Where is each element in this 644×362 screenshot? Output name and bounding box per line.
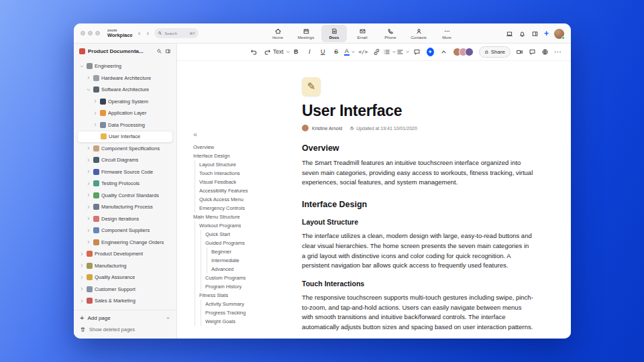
publish-globe-icon[interactable] xyxy=(541,48,549,56)
chevron-right-icon[interactable] xyxy=(93,99,98,104)
sidebar-page-engineering[interactable]: Engineering xyxy=(77,60,173,72)
chevron-right-icon[interactable] xyxy=(86,158,91,163)
sidebar-page-component-specifications[interactable]: Component Specifications xyxy=(77,143,173,155)
chevron-right-icon[interactable] xyxy=(86,169,91,174)
chevron-right-icon[interactable] xyxy=(79,263,85,268)
sidebar-page-customer-support[interactable]: Customer Support xyxy=(77,284,173,296)
sidebar-panel-icon[interactable] xyxy=(165,48,171,54)
heading-touch-interactions[interactable]: Touch Interactions xyxy=(302,280,534,288)
outline-item-guided-programs[interactable]: Guided Programs xyxy=(193,239,299,247)
outline-item-visual-feedback[interactable]: Visual Feedback xyxy=(193,178,299,186)
outline-item-intermediate[interactable]: Intermediate xyxy=(193,256,299,265)
chevron-right-icon[interactable] xyxy=(79,275,85,280)
sidebar-search-icon[interactable] xyxy=(156,48,162,54)
chevron-right-icon[interactable] xyxy=(86,75,91,80)
add-page-button[interactable]: + Add page xyxy=(80,312,170,324)
text-style-button[interactable]: Text xyxy=(276,46,287,58)
heading-interface-design[interactable]: Interface Design xyxy=(302,200,534,209)
minimize-window-button[interactable] xyxy=(88,31,93,36)
tab-docs[interactable]: Docs xyxy=(321,25,347,42)
tab-contacts[interactable]: Contacts xyxy=(406,25,431,42)
paragraph-the-interface-utilizes-a[interactable]: The interface utilizes a clean, modern d… xyxy=(302,231,534,271)
maximize-window-button[interactable] xyxy=(95,31,100,36)
chevron-right-icon[interactable] xyxy=(79,298,85,304)
sidebar-page-hardware-architecture[interactable]: Hardware Architecture xyxy=(77,72,173,84)
page-title[interactable]: User Interface xyxy=(302,102,534,120)
close-window-button[interactable] xyxy=(80,31,85,36)
chevron-right-icon[interactable] xyxy=(79,251,85,257)
tab-phone[interactable]: Phone xyxy=(378,25,403,42)
chevron-right-icon[interactable] xyxy=(86,192,91,198)
outline-item-layout-structure[interactable]: Layout Structure xyxy=(193,160,299,169)
share-button[interactable]: Share xyxy=(479,46,511,58)
sidebar-page-firmware-source-code[interactable]: Firmware Source Code xyxy=(77,166,173,178)
paragraph-the-responsive-touchscre[interactable]: The responsive touchscreen supports mult… xyxy=(302,293,534,333)
sidebar-page-manufacturing-process[interactable]: Manufacturing Process xyxy=(77,201,173,213)
tab-more[interactable]: More xyxy=(434,25,460,42)
sidebar-page-component-suppliers[interactable]: Component Suppliers xyxy=(77,225,173,237)
sidebar-page-design-iterations[interactable]: Design Iterations xyxy=(77,213,173,225)
collapse-sidebar-chevron-icon[interactable] xyxy=(166,316,170,320)
collapse-toolbar-button[interactable] xyxy=(439,46,448,58)
sidebar-page-circuit-diagrams[interactable]: Circuit Diagrams xyxy=(77,154,173,166)
sidebar-page-engineering-change-orders[interactable]: Engineering Change Orders xyxy=(77,237,173,249)
chevron-right-icon[interactable] xyxy=(93,111,98,116)
tab-meetings[interactable]: Meetings xyxy=(293,25,319,42)
outline-item-program-history[interactable]: Program History xyxy=(193,282,299,291)
text-color-button[interactable]: A xyxy=(345,46,354,58)
tab-home[interactable]: Home xyxy=(265,25,290,42)
comment-button[interactable] xyxy=(413,46,421,58)
bold-button[interactable]: B xyxy=(292,46,301,58)
back-button[interactable]: ‹ xyxy=(138,29,142,37)
chevron-down-icon[interactable] xyxy=(86,87,91,93)
outline-item-overview[interactable]: Overview xyxy=(193,143,299,152)
collapse-outline-button[interactable]: « xyxy=(193,131,299,138)
undo-button[interactable] xyxy=(250,46,258,58)
show-deleted-pages-button[interactable]: Show deleted pages xyxy=(80,324,170,335)
chevron-right-icon[interactable] xyxy=(86,216,91,221)
screen-share-icon[interactable] xyxy=(506,30,513,38)
chevron-right-icon[interactable] xyxy=(79,286,85,292)
page-emoji-icon[interactable]: ✎ xyxy=(302,77,321,96)
sidebar-page-user-interface[interactable]: User Interface xyxy=(77,131,173,143)
global-search-input[interactable]: Search ⌘F xyxy=(154,28,199,38)
link-button[interactable] xyxy=(372,46,381,58)
workspace-header[interactable]: Product Documenta... xyxy=(74,44,176,58)
sidebar-page-quality-assurance[interactable]: Quality Assurance xyxy=(77,272,173,284)
ai-companion-button[interactable]: ✦ xyxy=(426,46,435,58)
sidebar-page-operating-system[interactable]: Operating System xyxy=(77,96,173,108)
outline-item-quick-start[interactable]: Quick Start xyxy=(193,230,299,239)
code-button[interactable]: </> xyxy=(359,46,368,58)
start-video-icon[interactable] xyxy=(516,48,523,56)
outline-item-activity-summary[interactable]: Activity Summary xyxy=(193,300,299,308)
outline-item-emergency-controls[interactable]: Emergency Controls xyxy=(193,204,299,213)
forward-button[interactable]: › xyxy=(146,29,150,37)
notifications-bell-icon[interactable] xyxy=(519,30,526,38)
chevron-down-icon[interactable] xyxy=(79,64,85,69)
chevron-right-icon[interactable] xyxy=(86,181,91,186)
chevron-right-icon[interactable] xyxy=(93,122,98,127)
chevron-right-icon[interactable] xyxy=(86,204,91,210)
outline-item-fitness-stats[interactable]: Fitness Stats xyxy=(193,291,299,300)
sidebar-page-application-layer[interactable]: Application Layer xyxy=(77,107,173,119)
outline-item-beginner[interactable]: Beginner xyxy=(193,247,299,256)
underline-button[interactable]: U xyxy=(319,46,327,58)
sidebar-page-sales-marketing[interactable]: Sales & Marketing xyxy=(77,295,173,307)
heading-overview[interactable]: Overview xyxy=(302,143,534,153)
collaborator-avatar[interactable] xyxy=(465,48,474,56)
sidebar-page-software-architecture[interactable]: Software Architecture xyxy=(77,84,173,96)
sidebar-page-testing-protocols[interactable]: Testing Protocols xyxy=(77,178,173,190)
outline-item-touch-interactions[interactable]: Touch Interactions xyxy=(193,169,299,178)
chevron-right-icon[interactable] xyxy=(86,145,91,151)
sidebar-page-product-development[interactable]: Product Development xyxy=(77,248,173,260)
alignment-button[interactable] xyxy=(399,46,408,58)
outline-item-accessibility-features[interactable]: Accessibility Features xyxy=(193,186,299,195)
outline-item-quick-access-menu[interactable]: Quick Access Menu xyxy=(193,195,299,204)
more-options-button[interactable]: ⋯ xyxy=(554,48,562,56)
sidebar-page-manufacturing[interactable]: Manufacturing xyxy=(77,260,173,272)
strikethrough-button[interactable]: S xyxy=(332,46,341,58)
outline-item-interface-design[interactable]: Interface Design xyxy=(193,152,299,160)
panel-toggle-icon[interactable] xyxy=(531,30,539,38)
new-item-plus-button[interactable]: + xyxy=(544,29,549,38)
outline-item-progress-tracking[interactable]: Progress Tracking xyxy=(193,308,299,317)
